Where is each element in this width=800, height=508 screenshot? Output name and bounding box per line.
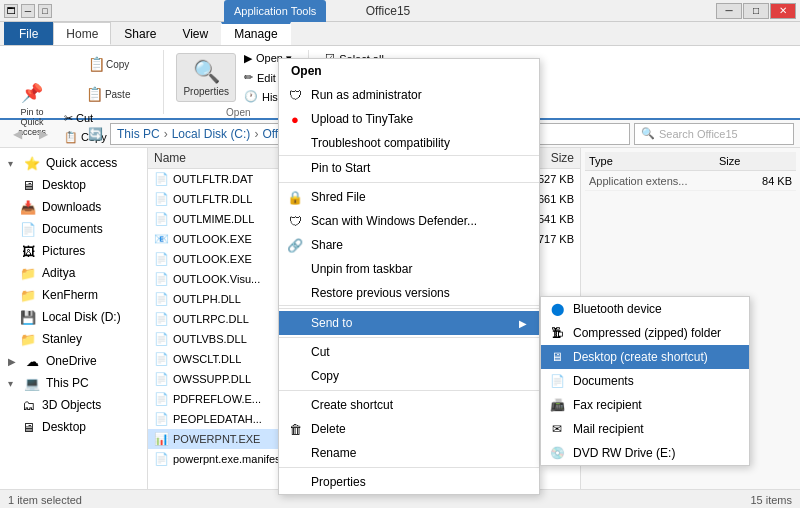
file-icon: 📄 — [154, 191, 169, 207]
bluetooth-label: Bluetooth device — [573, 302, 662, 316]
shred-label: Shred File — [311, 190, 366, 204]
mail-icon: ✉ — [549, 421, 565, 437]
sidebar-item-downloads[interactable]: 📥 Downloads — [0, 196, 147, 218]
rename-label: Rename — [311, 446, 356, 460]
up-btn[interactable]: ↑ — [58, 123, 80, 145]
sidebar-item-desktop[interactable]: 🖥 Desktop — [0, 174, 147, 196]
open-label: Open — [291, 64, 322, 78]
context-open[interactable]: Open — [279, 59, 539, 83]
cut-label: Cut — [311, 345, 330, 359]
sidebar-item-documents[interactable]: 📄 Documents — [0, 218, 147, 240]
sidebar-item-pictures[interactable]: 🖼 Pictures — [0, 240, 147, 262]
ribbon-tabs: File Home Share View Manage — [0, 22, 800, 46]
context-share[interactable]: 🔗 Share — [279, 233, 539, 257]
send-to-submenu: ⬤ Bluetooth device 🗜 Compressed (zipped)… — [540, 296, 750, 466]
file-icon: 📄 — [154, 391, 169, 407]
context-scan[interactable]: 🛡 Scan with Windows Defender... — [279, 209, 539, 233]
submenu-fax[interactable]: 📠 Fax recipient — [541, 393, 749, 417]
tab-share[interactable]: Share — [111, 22, 169, 45]
sidebar-item-aditya[interactable]: 📁 Aditya — [0, 262, 147, 284]
file-icon: 📧 — [154, 231, 169, 247]
minimize-btn[interactable]: ─ — [716, 3, 742, 19]
file-icon: 📄 — [154, 291, 169, 307]
context-create-shortcut[interactable]: Create shortcut — [279, 393, 539, 417]
sidebar-item-local-disk[interactable]: 💾 Local Disk (D:) — [0, 306, 147, 328]
context-shred[interactable]: 🔒 Shred File — [279, 185, 539, 209]
paste-btn[interactable]: 📋 Paste — [60, 80, 155, 108]
sidebar-item-quick-access[interactable]: ▾ ⭐ Quick access — [0, 152, 147, 174]
3d-objects-icon: 🗂 — [20, 397, 36, 413]
submenu-documents[interactable]: 📄 Documents — [541, 369, 749, 393]
refresh-btn[interactable]: 🔄 — [84, 123, 106, 145]
right-type-value: Application extens... — [589, 175, 689, 187]
context-rename[interactable]: Rename — [279, 441, 539, 465]
sidebar-item-kenfherm[interactable]: 📁 KenFherm — [0, 284, 147, 306]
window-icon3: □ — [38, 4, 52, 18]
submenu-compressed[interactable]: 🗜 Compressed (zipped) folder — [541, 321, 749, 345]
bluetooth-icon: ⬤ — [549, 301, 565, 317]
ribbon-group-clipboard: 📌 Pin to Quick access 📋 Copy 📋 Paste ✂ C… — [8, 50, 164, 114]
share-label: Share — [311, 238, 343, 252]
tab-file[interactable]: File — [4, 22, 53, 45]
properties-label: Properties — [183, 86, 229, 97]
sidebar-item-onedrive[interactable]: ▶ ☁ OneDrive — [0, 350, 147, 372]
forward-btn[interactable]: ▶ — [32, 123, 54, 145]
dvd-icon: 💿 — [549, 445, 565, 461]
pictures-icon: 🖼 — [20, 243, 36, 259]
context-upload[interactable]: ● Upload to TinyTake — [279, 107, 539, 131]
copy-icon: 📋 — [86, 54, 106, 74]
file-icon: 📄 — [154, 171, 169, 187]
desktop-icon: 🖥 — [20, 177, 36, 193]
context-delete[interactable]: 🗑 Delete — [279, 417, 539, 441]
context-pin-start[interactable]: Pin to Start — [279, 156, 539, 180]
sidebar-item-stanley[interactable]: 📁 Stanley — [0, 328, 147, 350]
context-copy[interactable]: Copy — [279, 364, 539, 388]
properties-label2: Properties — [311, 475, 366, 489]
tab-view[interactable]: View — [169, 22, 221, 45]
properties-btn[interactable]: 🔍 Properties — [176, 53, 236, 102]
window-controls[interactable]: ─ □ ✕ — [716, 3, 796, 19]
downloads-icon: 📥 — [20, 199, 36, 215]
paste-icon: 📋 — [85, 84, 105, 104]
tab-manage[interactable]: Manage — [221, 22, 290, 45]
context-cut[interactable]: Cut — [279, 340, 539, 364]
maximize-btn[interactable]: □ — [743, 3, 769, 19]
separator4 — [279, 390, 539, 391]
title-bar: 🗔 ─ □ Application Tools Office15 ─ □ ✕ — [0, 0, 800, 22]
context-properties[interactable]: Properties — [279, 470, 539, 494]
file-icon: 📄 — [154, 451, 169, 467]
create-shortcut-label: Create shortcut — [311, 398, 393, 412]
context-unpin[interactable]: Unpin from taskbar — [279, 257, 539, 281]
sidebar-item-desktop2[interactable]: 🖥 Desktop — [0, 416, 147, 438]
share-icon: 🔗 — [287, 237, 303, 253]
pin-icon: 📌 — [18, 79, 46, 107]
path-local-disk[interactable]: Local Disk (C:) — [172, 127, 251, 141]
sidebar-item-3d-objects[interactable]: 🗂 3D Objects — [0, 394, 147, 416]
search-placeholder: Search Office15 — [659, 128, 738, 140]
scan-icon: 🛡 — [287, 213, 303, 229]
right-size-value: 84 KB — [689, 175, 792, 187]
localdisk-icon: 💾 — [20, 309, 36, 325]
submenu-desktop[interactable]: 🖥 Desktop (create shortcut) — [541, 345, 749, 369]
separator2 — [279, 308, 539, 309]
submenu-bluetooth[interactable]: ⬤ Bluetooth device — [541, 297, 749, 321]
documents-shortcut-icon: 📄 — [549, 373, 565, 389]
context-restore[interactable]: Restore previous versions — [279, 281, 539, 306]
path-this-pc[interactable]: This PC — [117, 127, 160, 141]
window-icon2: ─ — [21, 4, 35, 18]
back-btn[interactable]: ◀ — [6, 123, 28, 145]
tab-home[interactable]: Home — [53, 22, 111, 45]
file-icon: 📄 — [154, 351, 169, 367]
context-run-admin[interactable]: 🛡 Run as administrator — [279, 83, 539, 107]
search-box[interactable]: 🔍 Search Office15 — [634, 123, 794, 145]
submenu-mail[interactable]: ✉ Mail recipient — [541, 417, 749, 441]
context-send-to[interactable]: Send to ▶ — [279, 311, 539, 335]
status-text: 1 item selected — [8, 494, 82, 506]
submenu-dvd[interactable]: 💿 DVD RW Drive (E:) — [541, 441, 749, 465]
copy-btn[interactable]: 📋 Copy — [60, 50, 155, 78]
aditya-icon: 📁 — [20, 265, 36, 281]
close-btn[interactable]: ✕ — [770, 3, 796, 19]
context-troubleshoot[interactable]: Troubleshoot compatibility — [279, 131, 539, 156]
sidebar-item-this-pc[interactable]: ▾ 💻 This PC — [0, 372, 147, 394]
desktop2-icon: 🖥 — [20, 419, 36, 435]
